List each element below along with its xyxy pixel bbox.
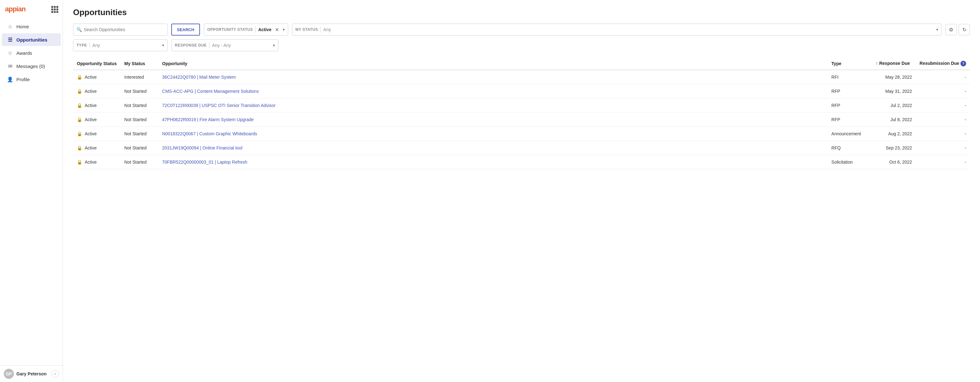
opportunity-status-value: Active [258,27,272,32]
cell-response-due-0: May 28, 2022 [872,70,916,84]
app-logo-text: appian [5,5,25,13]
lock-icon-6: 🔒 [77,160,82,165]
search-button[interactable]: SEARCH [171,24,200,36]
type-dropdown-icon[interactable]: ▾ [162,43,164,48]
table-body: 🔒 Active Interested 36C24422Q0780 | Mail… [73,70,970,169]
cell-my-status-6: Not Started [121,155,158,169]
response-due-value: Any - Any [212,43,231,48]
cell-type-0: RFI [827,70,872,84]
sidebar-item-home[interactable]: ⌂ Home [2,20,61,33]
resubmission-help-icon[interactable]: ? [961,61,966,67]
cell-response-due-1: May 31, 2022 [872,84,916,98]
refresh-icon: ↻ [963,27,966,33]
opportunity-status-dropdown-icon[interactable]: ▾ [283,27,285,32]
filter-icon-button[interactable]: ⚙ [945,24,957,35]
col-header-type: Type [827,57,872,70]
cell-resubmission-due-5: - [916,141,970,155]
cell-opportunity-5: 2031JW19Q00094 | Online Financial tool [158,141,827,155]
cell-my-status-2: Not Started [121,98,158,113]
sidebar-header: appian [0,0,63,17]
sidebar-footer: GP Gary Peterson ‹ [0,365,63,382]
response-due-label: RESPONSE DUE [175,43,207,48]
cell-opp-status-6: 🔒 Active [73,155,121,169]
my-status-filter: MY STATUS Any ▾ [292,24,942,36]
filters-row-1: 🔍 SEARCH OPPORTUNITY STATUS Active ✕ ▾ M… [73,24,970,36]
opportunity-link-5[interactable]: 2031JW19Q00094 | Online Financial tool [162,145,242,151]
message-icon: ✉ [7,63,13,69]
cell-response-due-5: Sep 23, 2022 [872,141,916,155]
response-due-dropdown-icon[interactable]: ▾ [273,43,275,48]
cell-my-status-4: Not Started [121,127,158,141]
cell-my-status-1: Not Started [121,84,158,98]
my-status-value: Any [323,27,331,32]
sidebar-item-opportunities[interactable]: ☰ Opportunities [2,33,61,46]
sidebar-item-messages[interactable]: ✉ Messages (0) [2,60,61,72]
col-header-opportunity: Opportunity [158,57,827,70]
avatar-initials: GP [6,371,12,376]
type-value: Any [92,43,100,48]
home-icon: ⌂ [7,23,13,30]
table-row: 🔒 Active Not Started N0018322Q0067 | Cus… [73,127,970,141]
cell-type-4: Announcement [827,127,872,141]
table-row: 🔒 Active Not Started CMS-ACC-APG | Conte… [73,84,970,98]
app-logo: appian [5,5,25,13]
cell-opp-status-5: 🔒 Active [73,141,121,155]
search-input[interactable] [84,27,164,32]
filter-action-buttons: ⚙ ↻ [945,24,970,35]
type-filter: TYPE Any ▾ [73,39,167,51]
search-icon: 🔍 [76,27,82,32]
cell-type-6: Solicitation [827,155,872,169]
my-status-dropdown-icon[interactable]: ▾ [936,27,938,32]
cell-resubmission-due-0: - [916,70,970,84]
cell-my-status-5: Not Started [121,141,158,155]
col-header-resubmission-due: Resubmission Due ? [916,57,970,70]
main-content: Opportunities 🔍 SEARCH OPPORTUNITY STATU… [63,0,980,382]
cell-opp-status-3: 🔒 Active [73,113,121,127]
cell-type-5: RFQ [827,141,872,155]
cell-resubmission-due-2: - [916,98,970,113]
filter-divider-3 [89,42,90,48]
cell-opportunity-6: 70FBR522Q00000003_01 | Laptop Refresh [158,155,827,169]
opportunity-status-clear-button[interactable]: ✕ [274,27,280,33]
search-wrapper: 🔍 [73,24,167,36]
table-row: 🔒 Active Interested 36C24422Q0780 | Mail… [73,70,970,84]
opportunity-link-2[interactable]: 72C0T122R00039 | USPSC OTI Senior Transi… [162,103,275,108]
cell-opp-status-4: 🔒 Active [73,127,121,141]
opportunities-table-container: Opportunity Status My Status Opportunity… [73,57,970,169]
sidebar-item-awards-label: Awards [16,50,32,56]
avatar: GP [4,369,14,379]
lock-icon-3: 🔒 [77,117,82,122]
lock-icon-1: 🔒 [77,89,82,94]
lock-icon-2: 🔒 [77,103,82,108]
opportunity-link-1[interactable]: CMS-ACC-APG | Content Management Solutio… [162,89,259,94]
opportunity-link-3[interactable]: 47PH0622R0019 | Fire Alarm System Upgrad… [162,117,254,122]
cell-response-due-3: Jul 8, 2022 [872,113,916,127]
sidebar-item-opportunities-label: Opportunities [16,37,47,43]
person-icon: 👤 [7,76,13,82]
type-label: TYPE [76,43,87,48]
col-header-response-due[interactable]: ↑ Response Due [872,57,916,70]
user-info: GP Gary Peterson [4,369,47,379]
cell-opp-status-1: 🔒 Active [73,84,121,98]
cell-type-3: RFP [827,113,872,127]
sidebar-item-home-label: Home [16,24,29,29]
opportunity-link-0[interactable]: 36C24422Q0780 | Mail Meter System [162,74,236,79]
filter-divider-1 [255,27,256,33]
refresh-button[interactable]: ↻ [959,24,970,35]
cell-opp-status-0: 🔒 Active [73,70,121,84]
lock-icon-4: 🔒 [77,131,82,136]
page-title: Opportunities [73,8,970,17]
cell-opp-status-2: 🔒 Active [73,98,121,113]
trophy-icon: ☆ [7,50,13,56]
opportunity-link-4[interactable]: N0018322Q0067 | Custom Graphic Whiteboar… [162,131,257,136]
lock-icon-0: 🔒 [77,74,82,79]
table-row: 🔒 Active Not Started 72C0T122R00039 | US… [73,98,970,113]
sidebar-item-profile[interactable]: 👤 Profile [2,73,61,86]
sidebar-collapse-button[interactable]: ‹ [51,370,59,377]
table-header: Opportunity Status My Status Opportunity… [73,57,970,70]
sidebar-item-awards[interactable]: ☆ Awards [2,47,61,59]
grid-icon[interactable] [51,6,57,12]
cell-type-1: RFP [827,84,872,98]
opportunity-link-6[interactable]: 70FBR522Q00000003_01 | Laptop Refresh [162,160,248,165]
table-row: 🔒 Active Not Started 70FBR522Q00000003_0… [73,155,970,169]
